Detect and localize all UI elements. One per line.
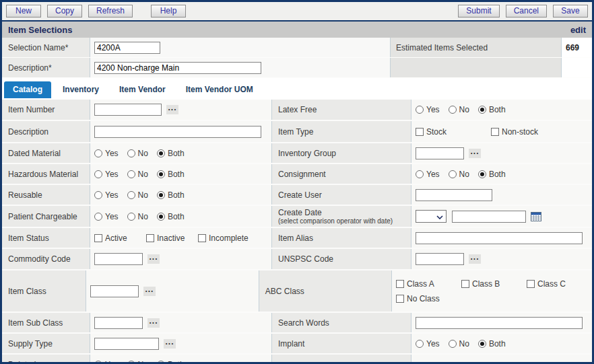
section-header: Item Selections edit (2, 22, 592, 38)
patient-chargeable-radio-no[interactable]: No (127, 212, 148, 221)
toolbar-left-group: NewCopyRefreshHelp (6, 5, 186, 17)
radio-label: No (138, 149, 148, 158)
calendar-icon[interactable] (531, 212, 541, 221)
item-sub-class-lookup-button[interactable]: ... (147, 318, 160, 328)
abc-class-checkbox-class-b[interactable]: Class B (461, 279, 527, 289)
abc-class-checkbox-class-c[interactable]: Class C (527, 279, 592, 289)
item-sub-class-control-cell: ... (90, 313, 271, 332)
item-status-checkbox-incomplete[interactable]: Incomplete (198, 233, 250, 243)
inventory-group-control-cell: ... (411, 143, 592, 163)
supply-type-input[interactable] (94, 338, 159, 350)
search-words-input[interactable] (416, 317, 583, 329)
radio-label: Both (168, 360, 185, 364)
latex-free-radio-both[interactable]: Both (478, 105, 506, 114)
consignment-radio-both[interactable]: Both (478, 170, 506, 179)
latex-free-radio-no[interactable]: No (449, 105, 469, 114)
patient-chargeable-radio-yes[interactable]: Yes (94, 212, 119, 221)
item-number-label-cell: Item Number (2, 100, 90, 120)
radio-icon (94, 213, 102, 221)
description-input[interactable] (94, 62, 261, 74)
hazardous-material-radio-yes[interactable]: Yes (94, 170, 119, 179)
dated-material-radio-yes[interactable]: Yes (94, 149, 119, 158)
form-row: DescriptionItem TypeStockNon-stock (2, 121, 592, 143)
new-button[interactable]: New (6, 5, 41, 17)
patient-chargeable-control-cell: YesNoBoth (90, 206, 271, 227)
deleted-radio-both[interactable]: Both (157, 360, 185, 364)
item-type-checkbox-stock[interactable]: Stock (416, 127, 491, 137)
description-filter-input[interactable] (94, 126, 261, 138)
radio-label: Yes (105, 149, 119, 158)
implant-radio-both[interactable]: Both (478, 339, 506, 349)
estimated-items-label-cell: Estimated Items Selected (390, 38, 561, 57)
copy-button[interactable]: Copy (47, 5, 82, 17)
create-date-operator-select[interactable] (416, 210, 447, 223)
patient-chargeable-radio-both[interactable]: Both (157, 212, 185, 221)
consignment-radio-no[interactable]: No (449, 170, 469, 179)
abc-class-checkbox-class-a[interactable]: Class A (396, 279, 461, 289)
create-user-input[interactable] (416, 189, 492, 201)
item-type-checkbox-non-stock[interactable]: Non-stock (491, 127, 566, 137)
check-row: ActiveInactiveIncomplete (94, 233, 250, 243)
cancel-button[interactable]: Cancel (506, 5, 547, 17)
abc-class-label-cell: ABC Class (259, 270, 391, 312)
edit-link[interactable]: edit (570, 25, 586, 35)
commodity-code-label-cell: Commodity Code (2, 249, 90, 269)
item-alias-input[interactable] (416, 232, 583, 244)
hazardous-material-radio-no[interactable]: No (127, 170, 148, 179)
inventory-group-lookup-button[interactable]: ... (469, 149, 481, 158)
radio-selected-icon (157, 191, 165, 199)
item-class-input[interactable] (90, 285, 139, 297)
hazardous-material-radio-both[interactable]: Both (157, 170, 185, 179)
deleted-radio-yes[interactable]: Yes (94, 360, 119, 364)
item-sub-class-input[interactable] (94, 317, 143, 329)
inventory-group-label: Inventory Group (278, 149, 336, 157)
tab-catalog[interactable]: Catalog (4, 81, 51, 98)
unspsc-code-input[interactable] (416, 253, 464, 265)
create-date-sublabel: (select comparison operator with date) (278, 218, 393, 225)
form-row: Dated MaterialYesNoBothInventory Group..… (2, 143, 592, 164)
checkbox-icon (198, 234, 206, 242)
latex-free-radio-yes[interactable]: Yes (416, 105, 440, 114)
tab-item-vendor-uom[interactable]: Item Vendor UOM (177, 81, 262, 98)
radio-label: Both (168, 190, 185, 200)
estimated-items-value-cell: 669 (561, 38, 592, 57)
tab-inventory[interactable]: Inventory (54, 81, 108, 98)
item-type-label: Item Type (278, 128, 313, 136)
save-button[interactable]: Save (553, 5, 588, 17)
implant-radio-yes[interactable]: Yes (416, 339, 440, 349)
supply-type-lookup-button[interactable]: ... (164, 339, 176, 349)
item-status-checkbox-inactive[interactable]: Inactive (146, 233, 198, 243)
selection-name-input[interactable] (94, 42, 160, 54)
item-alias-control-cell (411, 228, 592, 248)
dated-material-radio-both[interactable]: Both (157, 149, 185, 158)
implant-radio-no[interactable]: No (449, 339, 469, 349)
ellipsis-icon: ... (145, 285, 154, 294)
reusable-radio-yes[interactable]: Yes (94, 190, 119, 200)
dated-material-radio-no[interactable]: No (127, 149, 148, 158)
consignment-radio-yes[interactable]: Yes (416, 170, 440, 179)
create-date-input[interactable] (452, 211, 526, 223)
abc-class-checkbox-no-class[interactable]: No Class (396, 294, 461, 303)
ellipsis-icon: ... (149, 316, 158, 326)
tab-item-vendor[interactable]: Item Vendor (110, 81, 174, 98)
submit-button[interactable]: Submit (458, 5, 499, 17)
help-button[interactable]: Help (151, 5, 186, 17)
selection-name-label-cell: Selection Name* (2, 38, 90, 57)
hazardous-material-control-cell: YesNoBoth (90, 164, 271, 184)
reusable-radio-both[interactable]: Both (157, 190, 185, 200)
commodity-code-lookup-button[interactable]: ... (147, 254, 160, 264)
item-number-lookup-button[interactable]: ... (166, 105, 178, 114)
inventory-group-input[interactable] (416, 147, 464, 159)
item-class-lookup-button[interactable]: ... (143, 287, 156, 296)
radio-icon (416, 106, 424, 114)
item-status-checkbox-active[interactable]: Active (94, 233, 146, 243)
item-number-input[interactable] (94, 104, 162, 116)
radio-selected-icon (127, 361, 135, 364)
refresh-button[interactable]: Refresh (88, 5, 133, 17)
item-selections-page: NewCopyRefreshHelp SubmitCancelSave Item… (0, 0, 594, 364)
unspsc-code-lookup-button[interactable]: ... (469, 254, 481, 264)
reusable-radio-no[interactable]: No (127, 190, 148, 200)
deleted-radio-no[interactable]: No (127, 360, 148, 364)
ellipsis-icon: ... (165, 337, 174, 347)
commodity-code-input[interactable] (94, 253, 143, 265)
